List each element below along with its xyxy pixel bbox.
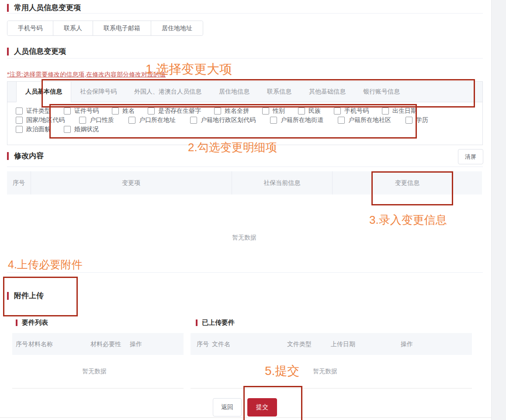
column-header-seq: 序号	[7, 171, 31, 194]
checkbox-item[interactable]: 户口所在地址	[128, 116, 176, 124]
quick-button-email[interactable]: 联系电子邮箱	[93, 21, 151, 35]
divider	[0, 417, 491, 418]
section-accent-bar	[7, 292, 9, 300]
tab-contact-info[interactable]: 联系信息	[258, 82, 300, 102]
checkbox-icon[interactable]	[16, 126, 23, 133]
divider	[7, 58, 483, 59]
clear-screen-button[interactable]: 清屏	[458, 149, 483, 164]
column-header-action: 操作	[130, 333, 142, 355]
checkbox-item[interactable]: 政治面貌	[16, 125, 51, 133]
checkbox-icon[interactable]	[79, 117, 86, 124]
section-accent-bar	[16, 319, 17, 326]
checkbox-label: 户口所在地址	[139, 116, 176, 124]
checkbox-icon[interactable]	[190, 117, 197, 124]
uploaded-list-empty-text: 暂无数据	[313, 368, 337, 375]
checkbox-icon[interactable]	[382, 108, 389, 115]
checkbox-label: 国家/地区代码	[26, 116, 65, 124]
checkbox-label: 户籍地行政区划代码	[201, 116, 256, 124]
divider	[12, 388, 184, 389]
column-header-action: 操作	[401, 333, 413, 355]
quick-button-mobile[interactable]: 手机号码	[7, 21, 53, 35]
checkbox-item[interactable]: 性别	[262, 107, 285, 115]
checkbox-item[interactable]: 户籍所在地社区	[338, 116, 391, 124]
checkbox-icon[interactable]	[405, 117, 412, 124]
checkbox-item[interactable]: 姓名全拼	[214, 107, 249, 115]
column-header-material: 材料名称	[28, 333, 53, 355]
modify-table-empty-text: 暂无数据	[232, 234, 256, 242]
checkbox-icon[interactable]	[298, 108, 305, 115]
modify-note: *注意:选择需要修改的信息项,在修改内容部分修改对应的值	[7, 71, 166, 79]
tab-residence-info[interactable]: 居住地信息	[210, 82, 258, 102]
checkbox-label: 手机号码	[344, 107, 369, 115]
checkbox-item[interactable]: 户籍地行政区划代码	[190, 116, 256, 124]
checkbox-icon[interactable]	[334, 108, 341, 115]
annotation-step3: 3.录入变更信息	[369, 212, 447, 228]
column-header-seq: 序号	[16, 333, 28, 355]
checkbox-item[interactable]: 民族	[298, 107, 321, 115]
checkbox-icon[interactable]	[16, 108, 23, 115]
quick-button-contact[interactable]: 联系人	[53, 21, 93, 35]
divider	[7, 167, 483, 167]
checkbox-item[interactable]: 证件号码	[64, 107, 99, 115]
annotation-step4: 4.上传必要附件	[8, 257, 83, 272]
quick-button-address[interactable]: 居住地地址	[151, 21, 203, 35]
checkbox-label: 户籍所在地社区	[348, 116, 391, 124]
divider	[191, 388, 472, 389]
checkbox-icon[interactable]	[338, 117, 345, 124]
column-header-current: 社保当前信息	[232, 171, 333, 194]
checkbox-label: 是否存在生僻字	[158, 107, 201, 115]
sub-title-text: 已上传要件	[202, 319, 235, 327]
page: 常用人员信息变更项 手机号码 联系人 联系电子邮箱 居住地地址 人员信息变更项 …	[0, 0, 506, 420]
tab-bank-account-info[interactable]: 银行账号信息	[354, 82, 409, 102]
checkbox-icon[interactable]	[128, 117, 135, 124]
section-accent-bar	[7, 48, 9, 56]
checkbox-icon[interactable]	[148, 108, 155, 115]
column-header-filetype: 文件类型	[287, 333, 312, 355]
required-list-empty-text: 暂无数据	[82, 368, 107, 375]
change-section-title: 人员信息变更项	[7, 46, 66, 56]
checkbox-item[interactable]: 出生日期	[382, 107, 417, 115]
checkbox-item[interactable]: 户口性质	[79, 116, 114, 124]
checkbox-label: 户籍所在地街道	[281, 116, 323, 124]
checkbox-icon[interactable]	[262, 108, 269, 115]
checkbox-item[interactable]: 是否存在生僻字	[148, 107, 201, 115]
checkbox-label: 性别	[273, 107, 285, 115]
checkbox-item[interactable]: 户籍所在地街道	[270, 116, 323, 124]
submit-button[interactable]: 提交	[247, 398, 277, 417]
tab-social-security-number[interactable]: 社会保障号码	[71, 82, 125, 102]
checkbox-item[interactable]: 国家/地区代码	[16, 116, 65, 124]
quick-change-button-group: 手机号码 联系人 联系电子邮箱 居住地地址	[7, 21, 203, 36]
checkbox-item[interactable]: 手机号码	[334, 107, 369, 115]
checkbox-label: 政治面貌	[26, 125, 51, 133]
section-title-text: 附件上传	[14, 291, 44, 301]
tab-foreigner-info[interactable]: 外国人、港澳台人员信息	[125, 82, 210, 102]
checkbox-icon[interactable]	[214, 108, 221, 115]
checkbox-icon[interactable]	[64, 126, 71, 133]
checkbox-item[interactable]: 婚姻状况	[64, 125, 99, 133]
checkbox-icon[interactable]	[64, 108, 71, 115]
modify-section-title: 修改内容	[7, 151, 44, 161]
attachment-section-title: 附件上传	[7, 291, 44, 301]
tab-other-basic-info[interactable]: 其他基础信息	[300, 82, 354, 102]
checkbox-item[interactable]: 证件类型	[16, 107, 51, 115]
section-title-text: 修改内容	[14, 151, 44, 161]
checkbox-item[interactable]: 学历	[405, 116, 428, 124]
sub-title-text: 要件列表	[22, 319, 48, 327]
checkbox-label: 姓名	[122, 107, 135, 115]
checkbox-icon[interactable]	[270, 117, 277, 124]
checkbox-item[interactable]: 姓名	[112, 107, 135, 115]
checkbox-row-1: 证件类型 证件号码 姓名 是否存在生僻字 姓名全拼 性别 民族 手机号码 出生日…	[16, 106, 417, 115]
required-list-title: 要件列表	[16, 319, 48, 327]
checkbox-label: 户口性质	[90, 116, 114, 124]
required-list-header: 序号 材料名称 材料必要性 操作	[12, 333, 184, 355]
checkbox-label: 出生日期	[392, 107, 417, 115]
column-header-item: 变更项	[31, 171, 232, 194]
back-button[interactable]: 返回	[213, 398, 242, 417]
annotation-step1: 1.选择变更大项	[146, 61, 232, 78]
tab-person-basic-info[interactable]: 人员基本信息	[16, 82, 71, 102]
checkbox-label: 姓名全拼	[225, 107, 249, 115]
section-accent-bar	[196, 319, 198, 326]
checkbox-icon[interactable]	[112, 108, 119, 115]
column-header-uploaddate: 上传日期	[331, 333, 355, 355]
checkbox-icon[interactable]	[16, 117, 23, 124]
